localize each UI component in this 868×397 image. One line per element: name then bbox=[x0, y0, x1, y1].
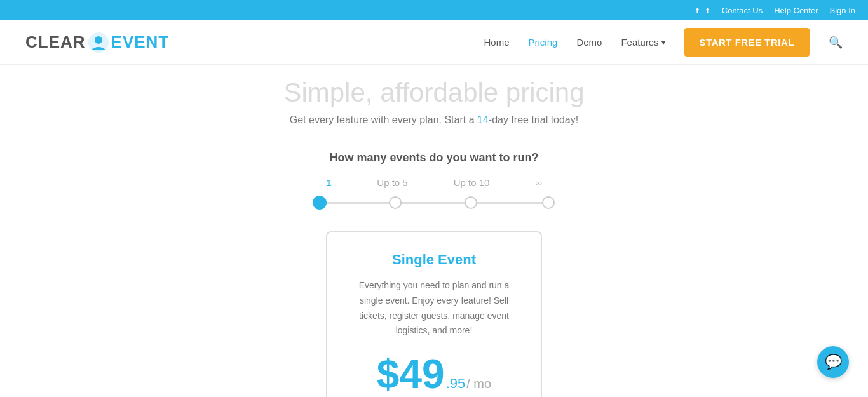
social-icons: f t bbox=[696, 6, 709, 15]
twitter-icon[interactable]: t bbox=[706, 6, 709, 15]
nav-demo[interactable]: Demo bbox=[576, 37, 602, 48]
slider-section: How many events do you want to run? 1 Up… bbox=[275, 151, 593, 212]
svg-point-1 bbox=[95, 36, 102, 44]
pricing-card-title: Single Event bbox=[353, 252, 515, 268]
main-content: Simple, affordable pricing Get every fea… bbox=[0, 65, 868, 397]
slider-question: How many events do you want to run? bbox=[275, 151, 593, 165]
contact-us-link[interactable]: Contact Us bbox=[722, 6, 763, 15]
slider-dot-inf[interactable] bbox=[542, 196, 555, 209]
chat-bubble[interactable]: 💬 bbox=[817, 346, 849, 378]
slider-track-container[interactable] bbox=[320, 193, 548, 212]
slider-label-up5: Up to 5 bbox=[377, 177, 407, 188]
help-center-link[interactable]: Help Center bbox=[774, 6, 818, 15]
page-subtitle: Get every feature with every plan. Start… bbox=[0, 114, 868, 126]
logo-icon bbox=[87, 31, 110, 54]
price-cents: .95 bbox=[446, 375, 466, 392]
pricing-card: Single Event Everything you need to plan… bbox=[326, 231, 542, 397]
search-button[interactable]: 🔍 bbox=[829, 36, 843, 50]
slider-dot-1[interactable] bbox=[313, 196, 327, 210]
logo-event: EVENT bbox=[111, 32, 170, 52]
slider-label-1: 1 bbox=[326, 177, 331, 188]
page-title: Simple, affordable pricing bbox=[0, 65, 868, 108]
top-bar-links: Contact Us Help Center Sign In bbox=[722, 6, 855, 15]
trial-link[interactable]: 14 bbox=[477, 114, 489, 125]
price-row: $49 .95 / mo bbox=[353, 354, 515, 394]
facebook-icon[interactable]: f bbox=[696, 6, 698, 15]
slider-label-inf: ∞ bbox=[535, 177, 542, 188]
pricing-card-description: Everything you need to plan and run a si… bbox=[353, 278, 515, 339]
header: CLEAR EVENT Home Pricing Demo Features S… bbox=[0, 20, 868, 65]
slider-dot-10[interactable] bbox=[465, 196, 477, 209]
start-trial-button[interactable]: Start Free Trial bbox=[684, 28, 810, 57]
slider-label-up10: Up to 10 bbox=[454, 177, 490, 188]
nav-pricing[interactable]: Pricing bbox=[529, 37, 558, 48]
slider-dot-5[interactable] bbox=[389, 196, 402, 209]
price-dollars: $49 bbox=[377, 354, 445, 394]
nav-features[interactable]: Features bbox=[621, 37, 665, 48]
price-period: / mo bbox=[466, 377, 491, 391]
navigation: Home Pricing Demo Features Start Free Tr… bbox=[484, 28, 843, 57]
nav-home[interactable]: Home bbox=[484, 37, 510, 48]
top-bar: f t Contact Us Help Center Sign In bbox=[0, 0, 868, 20]
logo-clear: CLEAR bbox=[25, 32, 86, 52]
sign-in-link[interactable]: Sign In bbox=[830, 6, 855, 15]
chat-icon: 💬 bbox=[825, 354, 842, 370]
slider-track bbox=[320, 202, 548, 204]
logo: CLEAR EVENT bbox=[25, 31, 169, 54]
slider-labels: 1 Up to 5 Up to 10 ∞ bbox=[320, 177, 548, 188]
